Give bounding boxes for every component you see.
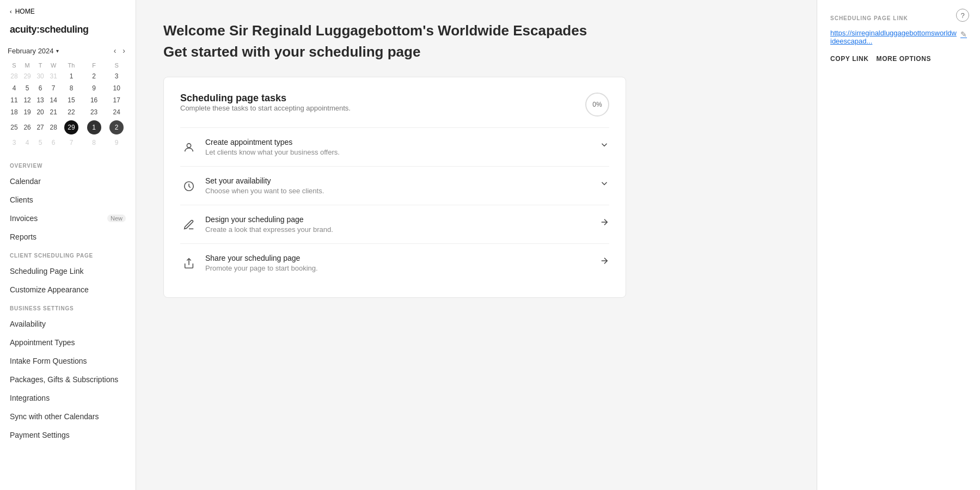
nav-item-label: Clients xyxy=(10,195,33,204)
calendar-day[interactable]: 28 xyxy=(47,118,60,137)
clock-icon xyxy=(180,177,198,195)
calendar-day-header: Th xyxy=(60,60,83,70)
calendar-day[interactable]: 15 xyxy=(60,94,83,106)
calendar-day[interactable]: 24 xyxy=(105,106,128,118)
help-icon[interactable]: ? xyxy=(956,9,969,22)
calendar-day[interactable]: 16 xyxy=(83,94,106,106)
calendar-day[interactable]: 2 xyxy=(83,70,106,82)
calendar-day[interactable]: 11 xyxy=(8,94,21,106)
sidebar-nav-item[interactable]: Clients xyxy=(0,191,136,209)
calendar-day[interactable]: 13 xyxy=(34,94,47,106)
task-desc: Promote your page to start booking. xyxy=(205,264,592,272)
calendar-prev-button[interactable]: ‹ xyxy=(111,45,119,56)
task-content: Design your scheduling pageCreate a look… xyxy=(205,215,592,234)
calendar-day[interactable]: 1 xyxy=(83,118,106,137)
task-desc: Choose when you want to see clients. xyxy=(205,187,592,195)
sidebar-client-nav-item[interactable]: Customize Appearance xyxy=(0,280,136,299)
calendar-day[interactable]: 14 xyxy=(47,94,60,106)
nav-item-label: Integrations xyxy=(10,394,50,402)
main-content: Welcome Sir Reginald Luggagebottom's Wor… xyxy=(136,0,817,490)
nav-item-label: Appointment Types xyxy=(10,338,75,347)
sidebar-business-nav-item[interactable]: Availability xyxy=(0,315,136,333)
calendar-day[interactable]: 18 xyxy=(8,106,21,118)
task-row[interactable]: Create appointment typesLet clients know… xyxy=(180,127,609,166)
calendar-day[interactable]: 22 xyxy=(60,106,83,118)
calendar-day[interactable]: 12 xyxy=(21,94,34,106)
more-options-button[interactable]: MORE OPTIONS xyxy=(877,55,932,63)
home-link[interactable]: ‹ HOME xyxy=(0,0,136,21)
calendar-day[interactable]: 9 xyxy=(105,137,128,149)
task-name: Share your scheduling page xyxy=(205,254,592,262)
sidebar-business-nav-item[interactable]: Integrations xyxy=(0,389,136,407)
sidebar-business-nav-item[interactable]: Intake Form Questions xyxy=(0,352,136,370)
calendar-month-label[interactable]: February 2024 ▾ xyxy=(8,47,59,55)
progress-indicator: 0% xyxy=(585,93,609,117)
sidebar-nav-item[interactable]: Calendar xyxy=(0,172,136,191)
sidebar-nav-item[interactable]: InvoicesNew xyxy=(0,209,136,228)
calendar-day[interactable]: 3 xyxy=(105,70,128,82)
task-content: Share your scheduling pagePromote your p… xyxy=(205,254,592,272)
calendar-day[interactable]: 21 xyxy=(47,106,60,118)
calendar-day[interactable]: 3 xyxy=(8,137,21,149)
page-title-line2: Get started with your scheduling page xyxy=(163,44,789,60)
calendar-day[interactable]: 30 xyxy=(34,70,47,82)
sidebar-business-nav-item[interactable]: Sync with other Calendars xyxy=(0,407,136,426)
calendar-next-button[interactable]: › xyxy=(120,45,128,56)
copy-link-button[interactable]: COPY LINK xyxy=(830,55,869,63)
calendar-day[interactable]: 29 xyxy=(60,118,83,137)
calendar-day[interactable]: 20 xyxy=(34,106,47,118)
sidebar-business-nav-item[interactable]: Packages, Gifts & Subscriptions xyxy=(0,370,136,389)
sidebar: ‹ HOME acuity:scheduling February 2024 ▾… xyxy=(0,0,136,490)
calendar-day[interactable]: 8 xyxy=(83,137,106,149)
calendar-day[interactable]: 7 xyxy=(60,137,83,149)
nav-item-label: Reports xyxy=(10,232,36,241)
calendar-day-header: T xyxy=(34,60,47,70)
arrow-right-icon xyxy=(599,215,609,227)
calendar-day[interactable]: 17 xyxy=(105,94,128,106)
question-mark: ? xyxy=(960,11,964,20)
calendar-day[interactable]: 10 xyxy=(105,82,128,94)
panel-buttons: COPY LINK MORE OPTIONS xyxy=(830,55,967,63)
edit-icon[interactable]: ✎ xyxy=(960,30,967,39)
month-text: February 2024 xyxy=(8,47,54,55)
calendar-day[interactable]: 28 xyxy=(8,70,21,82)
scheduling-link-container[interactable]: https://sirreginaldluggagebottomsworldwi… xyxy=(830,29,967,45)
calendar-day[interactable]: 29 xyxy=(21,70,34,82)
nav-item-label: Sync with other Calendars xyxy=(10,412,99,421)
calendar-day[interactable]: 6 xyxy=(34,82,47,94)
sidebar-business-nav-item[interactable]: Payment Settings xyxy=(0,426,136,444)
task-row[interactable]: Design your scheduling pageCreate a look… xyxy=(180,205,609,243)
calendar-day[interactable]: 7 xyxy=(47,82,60,94)
app-logo: acuity:scheduling xyxy=(0,21,136,43)
chevron-left-icon: ‹ xyxy=(10,8,12,15)
home-link-label: HOME xyxy=(15,8,35,15)
calendar-day[interactable]: 6 xyxy=(47,137,60,149)
calendar-day[interactable]: 9 xyxy=(83,82,106,94)
svg-point-0 xyxy=(187,143,191,147)
calendar-day[interactable]: 19 xyxy=(21,106,34,118)
calendar-day[interactable]: 31 xyxy=(47,70,60,82)
sidebar-business-nav-item[interactable]: Appointment Types xyxy=(0,333,136,352)
calendar-day[interactable]: 5 xyxy=(21,82,34,94)
tasks-card-title: Scheduling page tasks xyxy=(180,93,351,104)
task-row[interactable]: Share your scheduling pagePromote your p… xyxy=(180,243,609,282)
calendar-day[interactable]: 4 xyxy=(8,82,21,94)
nav-item-badge: New xyxy=(107,215,126,222)
nav-item-label: Packages, Gifts & Subscriptions xyxy=(10,375,118,384)
calendar-day[interactable]: 27 xyxy=(34,118,47,137)
task-row[interactable]: Set your availabilityChoose when you wan… xyxy=(180,166,609,205)
sidebar-nav-item[interactable]: Reports xyxy=(0,228,136,246)
nav-item-label: Payment Settings xyxy=(10,431,70,439)
calendar-day[interactable]: 25 xyxy=(8,118,21,137)
calendar-day[interactable]: 8 xyxy=(60,82,83,94)
calendar-day[interactable]: 4 xyxy=(21,137,34,149)
right-panel: SCHEDULING PAGE LINK https://sirreginald… xyxy=(817,0,980,490)
calendar-day[interactable]: 23 xyxy=(83,106,106,118)
sidebar-client-nav-item[interactable]: Scheduling Page Link xyxy=(0,262,136,280)
calendar-day[interactable]: 2 xyxy=(105,118,128,137)
nav-item-label: Customize Appearance xyxy=(10,285,89,294)
calendar-day[interactable]: 26 xyxy=(21,118,34,137)
task-desc: Create a look that expresses your brand. xyxy=(205,225,592,234)
calendar-day[interactable]: 1 xyxy=(60,70,83,82)
calendar-day[interactable]: 5 xyxy=(34,137,47,149)
